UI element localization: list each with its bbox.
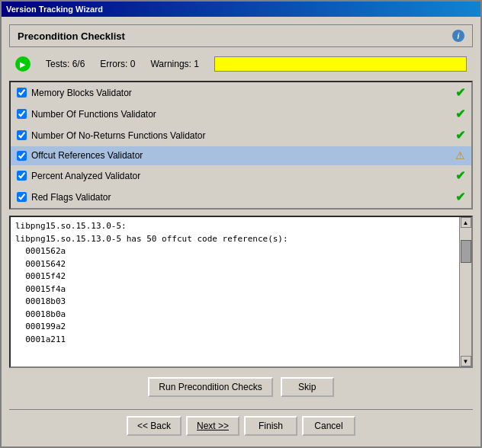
- title-bar: Version Tracking Wizard: [2, 2, 480, 17]
- list-item: Number Of No-Returns Functions Validator…: [11, 125, 471, 146]
- status-bar: ▶ Tests: 6/6 Errors: 0 Warnings: 1: [9, 53, 473, 75]
- check-icon-5: ✔: [455, 168, 465, 183]
- checklist-panel: Memory Blocks Validator ✔ Number Of Func…: [9, 81, 473, 210]
- log-line: 00015f4a: [15, 283, 455, 296]
- list-item[interactable]: Offcut References Validator ⚠: [11, 146, 471, 165]
- item-checkbox-2[interactable]: [17, 109, 27, 119]
- item-label-2: Number Of Functions Validator: [31, 109, 451, 120]
- info-icon[interactable]: i: [452, 30, 464, 42]
- item-label-5: Percent Analyzed Validator: [31, 171, 451, 181]
- list-item: Red Flags Validator ✔: [11, 187, 471, 208]
- progress-bar: [214, 56, 467, 72]
- scroll-thumb[interactable]: [461, 240, 471, 263]
- check-icon-6: ✔: [455, 190, 465, 204]
- check-icon-2: ✔: [455, 107, 465, 121]
- check-icon-3: ✔: [455, 128, 465, 142]
- warning-icon-4: ⚠: [455, 149, 465, 162]
- item-label-1: Memory Blocks Validator: [31, 88, 451, 98]
- tests-label: Tests: 6/6: [46, 59, 85, 69]
- window-content: Precondition Checklist i ▶ Tests: 6/6 Er…: [2, 17, 480, 446]
- item-checkbox-3[interactable]: [17, 130, 27, 140]
- errors-label: Errors: 0: [100, 59, 135, 69]
- log-line: 000199a2: [15, 321, 455, 334]
- log-line: 00015642: [15, 258, 455, 271]
- main-window: Version Tracking Wizard Precondition Che…: [0, 0, 482, 448]
- list-item: Memory Blocks Validator ✔: [11, 82, 471, 104]
- next-button[interactable]: Next >>: [186, 416, 239, 436]
- log-line: 0001a211: [15, 334, 455, 347]
- item-checkbox-4[interactable]: [17, 151, 27, 161]
- finish-button[interactable]: Finish: [244, 416, 297, 436]
- list-item: Percent Analyzed Validator ✔: [11, 165, 471, 187]
- item-label-4: Offcut References Validator: [31, 150, 451, 161]
- scrollbar[interactable]: ▲ ▼: [459, 217, 471, 366]
- window-title: Version Tracking Wizard: [6, 5, 103, 14]
- scroll-down-arrow[interactable]: ▼: [461, 356, 471, 366]
- panel-header: Precondition Checklist i: [9, 24, 473, 47]
- log-line: 0001562a: [15, 245, 455, 258]
- cancel-button[interactable]: Cancel: [302, 416, 355, 436]
- check-icon-1: ✔: [455, 85, 465, 100]
- back-button[interactable]: << Back: [127, 416, 182, 436]
- panel-title: Precondition Checklist: [18, 30, 125, 42]
- item-label-3: Number Of No-Returns Functions Validator: [31, 130, 451, 141]
- item-label-6: Red Flags Validator: [31, 192, 451, 203]
- log-content: libpng15.so.15.13.0-5: libpng15.so.15.13…: [11, 217, 459, 366]
- scroll-up-arrow[interactable]: ▲: [461, 217, 471, 228]
- log-line: libpng15.so.15.13.0-5 has 50 offcut code…: [15, 233, 455, 246]
- list-item: Number Of Functions Validator ✔: [11, 104, 471, 125]
- item-checkbox-5[interactable]: [17, 171, 27, 181]
- skip-button[interactable]: Skip: [281, 377, 334, 397]
- log-line: 00018b0a: [15, 309, 455, 322]
- item-checkbox-6[interactable]: [17, 192, 27, 202]
- play-icon: ▶: [15, 56, 31, 72]
- action-buttons: Run Precondition Checks Skip: [9, 374, 473, 400]
- nav-buttons: << Back Next >> Finish Cancel: [9, 409, 473, 439]
- warnings-label: Warnings: 1: [150, 59, 199, 69]
- log-panel: libpng15.so.15.13.0-5: libpng15.so.15.13…: [9, 216, 473, 368]
- item-checkbox-1[interactable]: [17, 88, 27, 98]
- log-line: 00015f42: [15, 270, 455, 283]
- run-precondition-button[interactable]: Run Precondition Checks: [148, 377, 272, 397]
- log-line: 00018b03: [15, 296, 455, 309]
- log-line: libpng15.so.15.13.0-5:: [15, 220, 455, 233]
